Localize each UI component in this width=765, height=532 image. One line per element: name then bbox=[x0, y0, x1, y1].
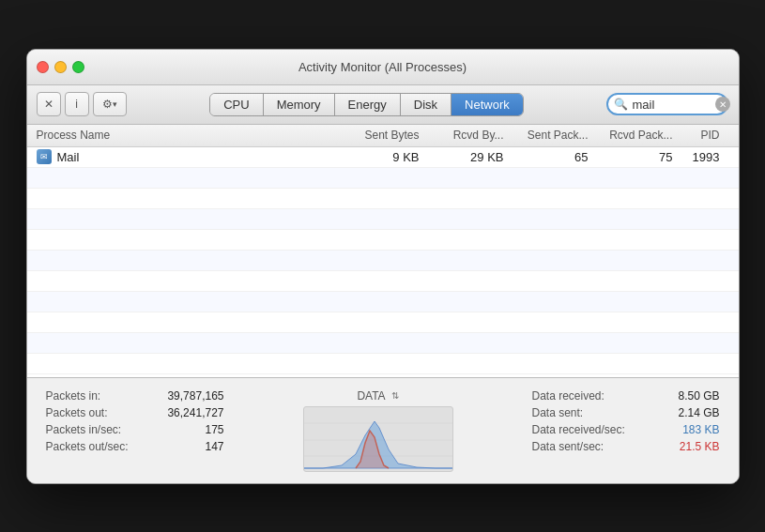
search-clear-button[interactable]: ✕ bbox=[715, 97, 730, 112]
table-row-empty-2 bbox=[27, 189, 739, 209]
data-received-sec-value: 183 KB bbox=[682, 423, 719, 436]
table-row-empty-3 bbox=[27, 209, 739, 230]
window-title: Activity Monitor (All Processes) bbox=[298, 60, 467, 74]
table-row-empty-10 bbox=[27, 354, 739, 374]
rcvd-packets-cell: 75 bbox=[589, 150, 673, 164]
data-received-sec-label: Data received/sec: bbox=[532, 423, 625, 436]
table-row-empty-5 bbox=[27, 251, 739, 271]
gear-button[interactable]: ⚙ ▾ bbox=[93, 92, 127, 116]
minimize-button[interactable] bbox=[54, 61, 67, 73]
column-header-sentpack[interactable]: Sent Pack... bbox=[504, 129, 589, 142]
table-row-empty-4 bbox=[27, 230, 739, 251]
tab-disk[interactable]: Disk bbox=[401, 94, 451, 115]
table-header: Process Name Sent Bytes Rcvd By... Sent … bbox=[27, 125, 739, 147]
table-body: ✉ Mail 9 KB 29 KB 65 75 1993 bbox=[27, 147, 739, 377]
network-chart bbox=[303, 406, 453, 472]
stat-row-data-sent-sec: Data sent/sec: 21.5 KB bbox=[532, 440, 720, 453]
column-header-process[interactable]: Process Name bbox=[37, 129, 335, 142]
search-icon: 🔍 bbox=[614, 98, 628, 111]
gear-icon: ⚙ bbox=[102, 98, 113, 111]
table-row-empty-6 bbox=[27, 271, 739, 292]
process-name-label: Mail bbox=[57, 150, 80, 164]
data-received-label: Data received: bbox=[532, 389, 604, 403]
tab-cpu[interactable]: CPU bbox=[210, 94, 263, 115]
table-row-empty-9 bbox=[27, 333, 739, 354]
packets-in-sec-label: Packets in/sec: bbox=[46, 423, 122, 436]
column-header-rcvdpack[interactable]: Rcvd Pack... bbox=[589, 129, 673, 142]
process-icon: ✉ bbox=[37, 149, 52, 164]
column-header-rcvd[interactable]: Rcvd By... bbox=[420, 129, 504, 142]
sent-packets-cell: 65 bbox=[504, 150, 589, 164]
maximize-button[interactable] bbox=[72, 61, 84, 73]
toolbar-left-buttons: ✕ i ⚙ ▾ bbox=[37, 92, 127, 116]
table-row-empty-7 bbox=[27, 292, 739, 312]
data-sent-value: 2.14 GB bbox=[678, 406, 719, 419]
table-row-empty-1 bbox=[27, 168, 739, 189]
stat-row-data-sent: Data sent: 2.14 GB bbox=[532, 406, 720, 419]
packets-out-value: 36,241,727 bbox=[167, 406, 223, 419]
column-header-sent[interactable]: Sent Bytes bbox=[335, 129, 420, 142]
traffic-lights bbox=[37, 61, 84, 73]
chart-area: DATA ⇅ bbox=[243, 389, 513, 472]
chart-label: DATA bbox=[357, 389, 385, 403]
toolbar: ✕ i ⚙ ▾ CPU Memory Energy Disk Network 🔍… bbox=[27, 85, 739, 125]
packets-out-sec-label: Packets out/sec: bbox=[46, 440, 129, 453]
main-window: Activity Monitor (All Processes) ✕ i ⚙ ▾… bbox=[26, 49, 740, 484]
packets-out-sec-value: 147 bbox=[205, 440, 223, 453]
tab-group: CPU Memory Energy Disk Network bbox=[209, 93, 524, 116]
chart-label-row: DATA ⇅ bbox=[357, 389, 398, 403]
sent-bytes-cell: 9 KB bbox=[335, 150, 420, 164]
data-sent-label: Data sent: bbox=[532, 406, 584, 419]
pid-cell: 1993 bbox=[673, 150, 729, 164]
stat-row-packets-in-sec: Packets in/sec: 175 bbox=[46, 423, 224, 436]
chart-sort-icon[interactable]: ⇅ bbox=[391, 390, 399, 401]
network-chart-svg bbox=[304, 407, 453, 472]
table-row-empty-8 bbox=[27, 312, 739, 333]
rcvd-bytes-cell: 29 KB bbox=[420, 150, 504, 164]
left-stats: Packets in: 39,787,165 Packets out: 36,2… bbox=[46, 389, 224, 472]
data-sent-sec-label: Data sent/sec: bbox=[532, 440, 604, 453]
packets-out-label: Packets out: bbox=[46, 406, 108, 419]
info-button[interactable]: i bbox=[65, 92, 89, 116]
tab-network[interactable]: Network bbox=[451, 94, 523, 115]
info-icon: i bbox=[75, 98, 78, 111]
close-button[interactable] bbox=[37, 61, 49, 73]
packets-in-value: 39,787,165 bbox=[167, 389, 223, 403]
stat-row-data-received-sec: Data received/sec: 183 KB bbox=[532, 423, 720, 436]
close-process-button[interactable]: ✕ bbox=[37, 92, 61, 116]
stat-row-packets-out-sec: Packets out/sec: 147 bbox=[46, 440, 224, 453]
right-stats: Data received: 8.50 GB Data sent: 2.14 G… bbox=[532, 389, 720, 472]
tab-memory[interactable]: Memory bbox=[264, 94, 335, 115]
search-box: 🔍 ✕ bbox=[606, 93, 728, 115]
packets-in-label: Packets in: bbox=[46, 389, 101, 403]
tab-energy[interactable]: Energy bbox=[335, 94, 401, 115]
titlebar: Activity Monitor (All Processes) bbox=[27, 50, 739, 85]
search-input[interactable] bbox=[632, 98, 711, 112]
stat-row-packets-in: Packets in: 39,787,165 bbox=[46, 389, 224, 403]
bottom-panel: Packets in: 39,787,165 Packets out: 36,2… bbox=[27, 377, 739, 483]
data-received-value: 8.50 GB bbox=[678, 389, 719, 403]
table-row[interactable]: ✉ Mail 9 KB 29 KB 65 75 1993 bbox=[27, 147, 739, 168]
column-header-pid[interactable]: PID bbox=[673, 129, 729, 142]
stat-row-packets-out: Packets out: 36,241,727 bbox=[46, 406, 224, 419]
packets-in-sec-value: 175 bbox=[205, 423, 223, 436]
stat-row-data-received: Data received: 8.50 GB bbox=[532, 389, 720, 403]
process-name-cell: ✉ Mail bbox=[37, 149, 335, 164]
close-process-icon: ✕ bbox=[44, 98, 54, 111]
chevron-down-icon: ▾ bbox=[113, 99, 117, 109]
data-sent-sec-value: 21.5 KB bbox=[680, 440, 720, 453]
